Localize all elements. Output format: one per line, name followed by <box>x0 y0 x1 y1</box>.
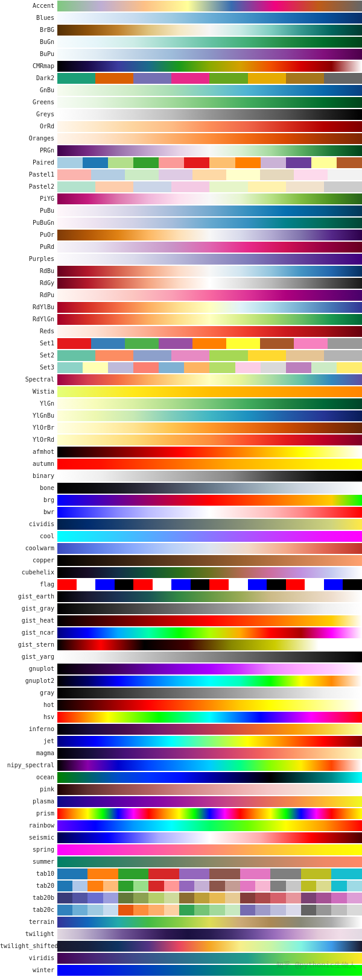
colormap-label: RdYlGn <box>0 316 57 322</box>
colormap-label: bwr <box>0 509 57 515</box>
colormap-row: cubehelix <box>0 567 362 578</box>
colormap-label: hsv <box>0 714 57 720</box>
colormap-row: nipy_spectral <box>0 759 362 771</box>
colormap-bar <box>57 772 362 783</box>
colormap-bar <box>57 664 362 674</box>
colormap-row: Greys <box>0 108 362 120</box>
colormap-bar <box>57 61 362 72</box>
colormap-row: Oranges <box>0 133 362 144</box>
colormap-row: jet <box>0 735 362 747</box>
colormap-label: Dark2 <box>0 75 57 81</box>
colormap-label: cividis <box>0 521 57 527</box>
colormap-label: hot <box>0 702 57 708</box>
colormap-bar <box>57 254 362 265</box>
colormap-bar <box>57 73 362 84</box>
colormap-row: brg <box>0 494 362 506</box>
colormap-bar <box>57 206 362 216</box>
colormap-label: gist_yarg <box>0 653 57 660</box>
colormap-bar <box>57 893 362 903</box>
colormap-row: RdYlBu <box>0 301 362 313</box>
colormap-label: gist_heat <box>0 617 57 624</box>
colormap-bar <box>57 169 362 180</box>
colormap-label: autumn <box>0 460 57 467</box>
colormap-row: summer <box>0 856 362 867</box>
colormap-row: hsv <box>0 711 362 723</box>
colormap-row: gnuplot2 <box>0 675 362 686</box>
colormap-bar <box>57 326 362 337</box>
colormap-label: PuRd <box>0 243 57 250</box>
colormap-label: twilight <box>0 931 57 937</box>
colormap-label: Set3 <box>0 364 57 371</box>
colormap-label: copper <box>0 557 57 564</box>
colormap-row: copper <box>0 554 362 566</box>
colormap-row: CMRmap <box>0 60 362 72</box>
colormap-row: gist_earth <box>0 591 362 602</box>
colormap-row: Pastel1 <box>0 169 362 180</box>
colormap-label: PuOr <box>0 231 57 238</box>
colormap-label: RdBu <box>0 268 57 274</box>
colormap-label: gist_earth <box>0 593 57 600</box>
colormap-label: PuBu <box>0 207 57 214</box>
colormap-row: RdBu <box>0 265 362 277</box>
colormap-bar <box>57 688 362 699</box>
colormap-row: YlGnBu <box>0 410 362 421</box>
colormap-row: gnuplot <box>0 663 362 674</box>
colormap-bar <box>57 49 362 60</box>
colormap-label: viridis <box>0 955 57 961</box>
colormap-label: BrBG <box>0 27 57 33</box>
colormap-bar <box>57 338 362 349</box>
colormap-bar <box>57 531 362 542</box>
colormap-row: cividis <box>0 518 362 530</box>
colormap-label: seismic <box>0 834 57 841</box>
colormap-bar <box>57 85 362 96</box>
colormap-bar <box>57 591 362 602</box>
colormap-bar <box>57 639 362 650</box>
colormap-label: gnuplot2 <box>0 677 57 684</box>
colormap-bar <box>57 422 362 433</box>
colormap-label: gray <box>0 689 57 696</box>
colormap-bar <box>57 820 362 831</box>
colormap-row: prism <box>0 808 362 819</box>
colormap-bar <box>57 832 362 843</box>
colormap-label: gist_gray <box>0 605 57 612</box>
colormap-row: PuBu <box>0 205 362 216</box>
colormap-row: tab20 <box>0 880 362 891</box>
colormap-row: Greens <box>0 96 362 108</box>
colormap-row: bwr <box>0 506 362 518</box>
colormap-row: cool <box>0 530 362 542</box>
colormap-row: PuOr <box>0 229 362 240</box>
colormap-row: RdYlGn <box>0 313 362 325</box>
colormap-row: tab20c <box>0 904 362 916</box>
colormap-label: Oranges <box>0 135 57 142</box>
colormap-bar <box>57 362 362 373</box>
colormap-row: binary <box>0 470 362 482</box>
colormap-bar <box>57 652 362 662</box>
colormap-label: nipy_spectral <box>0 762 57 768</box>
colormap-bar <box>57 1 362 11</box>
colormap-row: spring <box>0 844 362 855</box>
colormap-label: cool <box>0 533 57 539</box>
colormap-bar <box>57 350 362 361</box>
colormap-label: cubehelix <box>0 569 57 576</box>
colormap-row: Wistia <box>0 386 362 397</box>
colormap-label: RdPu <box>0 292 57 298</box>
colormap-row: inferno <box>0 723 362 735</box>
colormap-label: binary <box>0 473 57 479</box>
colormap-label: GnBu <box>0 87 57 93</box>
colormap-bar <box>57 193 362 204</box>
colormap-bar <box>57 218 362 228</box>
colormap-label: OrRd <box>0 123 57 130</box>
colormap-row: Accent <box>0 0 362 11</box>
colormap-label: RdYlBu <box>0 304 57 310</box>
colormap-label: plasma <box>0 798 57 805</box>
colormap-bar <box>57 881 362 891</box>
colormap-row: Blues <box>0 12 362 24</box>
colormap-bar <box>57 784 362 795</box>
colormap-label: YlGnBu <box>0 412 57 419</box>
colormap-bar <box>57 712 362 723</box>
colormap-bar <box>57 507 362 518</box>
colormap-label: tab10 <box>0 870 57 877</box>
colormap-bar <box>57 724 362 735</box>
colormap-label: Spectral <box>0 376 57 383</box>
colormap-label: Wistia <box>0 388 57 395</box>
